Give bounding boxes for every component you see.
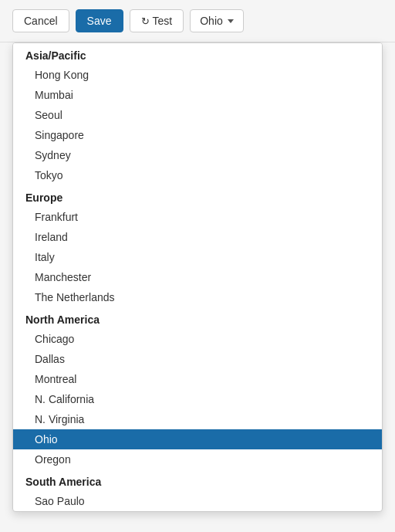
chevron-down-icon: [228, 19, 234, 23]
group-header-europe: Europe: [13, 185, 382, 207]
region-dropdown-menu: Asia/PacificHong KongMumbaiSeoulSingapor…: [12, 42, 383, 512]
menu-item-seoul[interactable]: Seoul: [13, 105, 382, 125]
menu-item-montreal[interactable]: Montreal: [13, 369, 382, 389]
group-header-asia/pacific: Asia/Pacific: [13, 43, 382, 65]
group-header-north-america: North America: [13, 307, 382, 329]
menu-item-frankfurt[interactable]: Frankfurt: [13, 207, 382, 227]
group-header-south-america: South America: [13, 469, 382, 491]
menu-item-mumbai[interactable]: Mumbai: [13, 85, 382, 105]
refresh-icon: ↻: [141, 15, 150, 27]
test-button[interactable]: ↻ Test: [130, 9, 184, 32]
menu-item-n.-virginia[interactable]: N. Virginia: [13, 409, 382, 429]
test-label: Test: [153, 15, 173, 27]
menu-item-ohio[interactable]: Ohio: [13, 429, 382, 449]
menu-item-oregon[interactable]: Oregon: [13, 449, 382, 469]
region-dropdown-button[interactable]: Ohio: [190, 9, 244, 32]
toolbar: Cancel Save ↻ Test Ohio: [0, 0, 395, 42]
menu-item-tokyo[interactable]: Tokyo: [13, 165, 382, 185]
cancel-button[interactable]: Cancel: [12, 9, 69, 32]
menu-item-n.-california[interactable]: N. California: [13, 389, 382, 409]
menu-item-italy[interactable]: Italy: [13, 247, 382, 267]
menu-item-the-netherlands[interactable]: The Netherlands: [13, 287, 382, 307]
menu-item-singapore[interactable]: Singapore: [13, 125, 382, 145]
menu-item-manchester[interactable]: Manchester: [13, 267, 382, 287]
menu-item-sao-paulo[interactable]: Sao Paulo: [13, 491, 382, 511]
save-button[interactable]: Save: [76, 9, 123, 32]
menu-item-sydney[interactable]: Sydney: [13, 145, 382, 165]
dropdown-label: Ohio: [200, 15, 223, 27]
menu-item-chicago[interactable]: Chicago: [13, 329, 382, 349]
menu-item-ireland[interactable]: Ireland: [13, 227, 382, 247]
menu-item-dallas[interactable]: Dallas: [13, 349, 382, 369]
menu-item-hong-kong[interactable]: Hong Kong: [13, 65, 382, 85]
